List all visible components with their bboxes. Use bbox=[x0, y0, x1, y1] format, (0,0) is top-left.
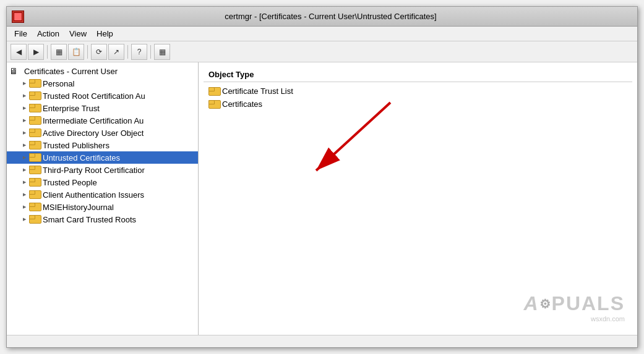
label-cert-trust-list: Certificate Trust List bbox=[222, 86, 293, 96]
content-area: Certificates - Current User Personal Tru… bbox=[7, 62, 637, 335]
computer-icon bbox=[9, 66, 22, 76]
menu-file[interactable]: File bbox=[9, 28, 32, 40]
window-title: certmgr - [Certificates - Current User\U… bbox=[29, 12, 632, 21]
title-bar: certmgr - [Certificates - Current User\U… bbox=[7, 7, 637, 27]
folder-icon-trusted-people bbox=[29, 178, 40, 187]
menu-bar: File Action View Help bbox=[7, 27, 637, 41]
expander-trusted-root[interactable] bbox=[19, 91, 29, 101]
certmgr-icon bbox=[12, 11, 24, 23]
expander-smart-card[interactable] bbox=[19, 214, 29, 224]
expander-trusted-people[interactable] bbox=[19, 177, 29, 187]
main-window: certmgr - [Certificates - Current User\U… bbox=[6, 6, 638, 348]
expander-third-party[interactable] bbox=[19, 165, 29, 175]
menu-action[interactable]: Action bbox=[32, 28, 64, 40]
label-third-party: Third-Party Root Certificatior bbox=[43, 166, 145, 175]
tree-root-label: Certificates - Current User bbox=[24, 67, 118, 76]
label-intermediate: Intermediate Certification Au bbox=[43, 116, 144, 125]
folder-icon-personal bbox=[29, 79, 40, 88]
watermark-a: A bbox=[523, 292, 539, 315]
toolbar-separator-1 bbox=[47, 45, 48, 59]
label-personal: Personal bbox=[43, 79, 74, 88]
expander-ad-user[interactable] bbox=[19, 128, 29, 138]
back-history-button[interactable]: ⟳ bbox=[91, 44, 107, 60]
folder-icon-untrusted bbox=[29, 153, 40, 162]
folder-icon-trusted-pub bbox=[29, 141, 40, 150]
label-msie: MSIEHistoryJournal bbox=[43, 203, 114, 212]
menu-view[interactable]: View bbox=[64, 28, 92, 40]
label-trusted-root: Trusted Root Certification Au bbox=[43, 91, 145, 101]
folder-icon-third-party bbox=[29, 166, 40, 174]
watermark-puals: PUALS bbox=[552, 292, 625, 315]
tree-item-untrusted[interactable]: Untrusted Certificates bbox=[7, 151, 198, 164]
tree-item-personal[interactable]: Personal bbox=[7, 77, 198, 90]
expander-personal[interactable] bbox=[19, 78, 29, 88]
label-trusted-people: Trusted People bbox=[43, 178, 97, 187]
expander-enterprise[interactable] bbox=[19, 103, 29, 113]
back-button[interactable]: ◀ bbox=[11, 44, 27, 60]
label-ad-user: Active Directory User Object bbox=[43, 129, 144, 138]
expander-intermediate[interactable] bbox=[19, 116, 29, 125]
right-item-certificates[interactable]: Certificates bbox=[204, 98, 632, 111]
arrow-annotation bbox=[279, 96, 415, 195]
tree-root[interactable]: Certificates - Current User bbox=[7, 65, 198, 77]
tree-item-smart-card[interactable]: Smart Card Trusted Roots bbox=[7, 213, 198, 225]
toolbar-separator-2 bbox=[87, 45, 88, 59]
folder-icon-ad-user bbox=[29, 129, 40, 137]
tree-item-msie[interactable]: MSIEHistoryJournal bbox=[7, 201, 198, 213]
tree-item-trusted-people[interactable]: Trusted People bbox=[7, 176, 198, 188]
help-button[interactable]: ? bbox=[131, 44, 147, 60]
expander-client-auth[interactable] bbox=[19, 190, 29, 200]
column-header-object-type: Object Type bbox=[204, 67, 632, 82]
folder-icon-cert-trust-list bbox=[208, 87, 220, 96]
status-bar bbox=[7, 335, 637, 347]
forward-button[interactable]: ▶ bbox=[28, 44, 44, 60]
menu-help[interactable]: Help bbox=[92, 28, 118, 40]
folder-icon-client-auth bbox=[29, 190, 40, 199]
left-panel: Certificates - Current User Personal Tru… bbox=[7, 62, 199, 335]
tree-item-client-auth[interactable]: Client Authentication Issuers bbox=[7, 188, 198, 201]
svg-line-1 bbox=[316, 103, 390, 171]
toolbar: ◀ ▶ ▦ 📋 ⟳ ↗ ? ▦ bbox=[7, 41, 637, 62]
folder-icon-intermediate bbox=[29, 116, 40, 125]
watermark: A ⚙ PUALS wsxdn.com bbox=[523, 292, 625, 322]
watermark-domain: wsxdn.com bbox=[523, 315, 625, 322]
folder-icon-msie bbox=[29, 203, 40, 211]
label-untrusted: Untrusted Certificates bbox=[43, 153, 120, 162]
folder-icon-enterprise bbox=[29, 104, 40, 112]
tree-item-trusted-pub[interactable]: Trusted Publishers bbox=[7, 139, 198, 151]
watermark-gear: ⚙ bbox=[539, 297, 552, 311]
export-button[interactable]: ↗ bbox=[108, 44, 124, 60]
label-client-auth: Client Authentication Issuers bbox=[43, 190, 144, 200]
expander-msie[interactable] bbox=[19, 202, 29, 212]
new-window-button[interactable]: 📋 bbox=[68, 44, 84, 60]
expander-trusted-pub[interactable] bbox=[19, 140, 29, 150]
label-smart-card: Smart Card Trusted Roots bbox=[43, 215, 136, 224]
label-certificates: Certificates bbox=[222, 99, 262, 109]
toolbar-separator-3 bbox=[127, 45, 128, 59]
tree-item-intermediate[interactable]: Intermediate Certification Au bbox=[7, 114, 198, 127]
tree-item-third-party[interactable]: Third-Party Root Certificatior bbox=[7, 164, 198, 176]
toolbar-separator-4 bbox=[150, 45, 151, 59]
folder-icon-smart-card bbox=[29, 215, 40, 224]
right-panel: Object Type Certificate Trust List Certi… bbox=[199, 62, 637, 335]
label-enterprise: Enterprise Trust bbox=[43, 104, 100, 113]
show-button[interactable]: ▦ bbox=[51, 44, 67, 60]
expander-untrusted[interactable] bbox=[19, 153, 29, 162]
right-item-cert-trust-list[interactable]: Certificate Trust List bbox=[204, 85, 632, 98]
folder-icon-certificates bbox=[208, 100, 220, 109]
label-trusted-pub: Trusted Publishers bbox=[43, 141, 109, 150]
folder-icon-trusted-root bbox=[29, 91, 40, 100]
tree-item-trusted-root[interactable]: Trusted Root Certification Au bbox=[7, 90, 198, 102]
tree-item-ad-user[interactable]: Active Directory User Object bbox=[7, 127, 198, 139]
tree-item-enterprise[interactable]: Enterprise Trust bbox=[7, 102, 198, 114]
view2-button[interactable]: ▦ bbox=[154, 44, 170, 60]
